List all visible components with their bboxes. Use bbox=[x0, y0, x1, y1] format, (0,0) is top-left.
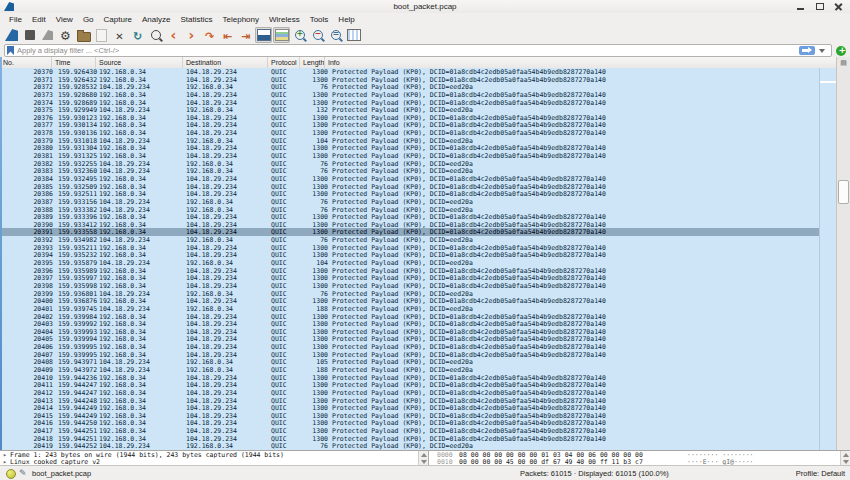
find-packet-button[interactable] bbox=[147, 27, 164, 43]
go-forward-button[interactable] bbox=[183, 27, 200, 43]
packet-row[interactable]: 20416159.944250192.168.0.34104.18.29.234… bbox=[0, 419, 820, 427]
filter-dropdown-caret-icon[interactable] bbox=[819, 49, 825, 53]
stop-capture-button[interactable] bbox=[21, 27, 38, 43]
packet-row[interactable]: 20408159.943971104.18.29.234192.168.0.34… bbox=[0, 358, 820, 366]
menu-item-view[interactable]: View bbox=[51, 13, 78, 26]
packet-row[interactable]: 20415159.944249192.168.0.34104.18.29.234… bbox=[0, 412, 820, 420]
packet-row[interactable]: 20373159.928680192.168.0.34104.18.29.234… bbox=[0, 91, 820, 99]
go-to-packet-button[interactable] bbox=[201, 27, 218, 43]
packet-row[interactable]: 20388159.933382104.18.29.234192.168.0.34… bbox=[0, 206, 820, 214]
packet-row[interactable]: 20414159.944249192.168.0.34104.18.29.234… bbox=[0, 404, 820, 412]
packet-row[interactable]: 20418159.944251192.168.0.34104.18.29.234… bbox=[0, 435, 820, 443]
menu-item-telephony[interactable]: Telephony bbox=[218, 13, 264, 26]
packet-row[interactable]: 20370159.926430192.168.0.34104.18.29.234… bbox=[0, 68, 820, 76]
capture-comment-icon[interactable]: ✎ bbox=[19, 468, 27, 478]
packet-row[interactable]: 20402159.939984192.168.0.34104.18.29.234… bbox=[0, 313, 820, 321]
packet-row[interactable]: 20371159.926432192.168.0.34104.18.29.234… bbox=[0, 76, 820, 84]
first-packet-button[interactable] bbox=[219, 27, 236, 43]
maximize-button[interactable] bbox=[814, 2, 825, 11]
bytes-scrollbar[interactable] bbox=[840, 451, 850, 466]
packet-row[interactable]: 20393159.935211192.168.0.34104.18.29.234… bbox=[0, 244, 820, 252]
zoom-original-button[interactable] bbox=[327, 27, 344, 43]
packet-row[interactable]: 20410159.944236192.168.0.34104.18.29.234… bbox=[0, 374, 820, 382]
packet-row[interactable]: 20383159.932360104.18.29.234192.168.0.34… bbox=[0, 167, 820, 175]
packet-row[interactable]: 20417159.944251192.168.0.34104.18.29.234… bbox=[0, 427, 820, 435]
column-header-length[interactable]: Length bbox=[300, 57, 325, 68]
packet-row[interactable]: 20386159.932511192.168.0.34104.18.29.234… bbox=[0, 190, 820, 198]
column-header-time[interactable]: Time bbox=[52, 57, 96, 68]
packet-row[interactable]: 20376159.930123192.168.0.34104.18.29.234… bbox=[0, 114, 820, 122]
column-header-info[interactable]: Info bbox=[325, 57, 850, 68]
capture-options-button[interactable] bbox=[57, 27, 74, 43]
display-filter-input[interactable] bbox=[17, 46, 796, 56]
packet-row[interactable]: 20392159.934982104.18.29.234192.168.0.34… bbox=[0, 236, 820, 244]
packet-row[interactable]: 20413159.944248192.168.0.34104.18.29.234… bbox=[0, 397, 820, 405]
packet-row[interactable]: 20389159.933396192.168.0.34104.18.29.234… bbox=[0, 213, 820, 221]
filter-bookmark-icon[interactable] bbox=[7, 46, 14, 55]
auto-scroll-button[interactable] bbox=[255, 27, 272, 43]
packet-row[interactable]: 20412159.944247192.168.0.34104.18.29.234… bbox=[0, 389, 820, 397]
menu-item-capture[interactable]: Capture bbox=[99, 13, 137, 26]
packet-row[interactable]: 20387159.933156104.18.29.234192.168.0.34… bbox=[0, 198, 820, 206]
close-button[interactable] bbox=[833, 2, 844, 11]
detail-tree-item[interactable]: ▸Linux cooked capture v2 bbox=[0, 458, 418, 465]
save-file-button[interactable] bbox=[93, 27, 110, 43]
scroll-up-icon[interactable] bbox=[843, 453, 849, 457]
scroll-down-icon[interactable] bbox=[421, 460, 427, 464]
go-back-button[interactable] bbox=[165, 27, 182, 43]
packet-row[interactable]: 20419159.944252104.18.29.234192.168.0.34… bbox=[0, 442, 820, 450]
packet-row[interactable]: 20409159.943972104.18.29.234192.168.0.34… bbox=[0, 366, 820, 374]
packet-row[interactable]: 20411159.944247192.168.0.34104.18.29.234… bbox=[0, 381, 820, 389]
apply-filter-button[interactable] bbox=[799, 46, 815, 55]
profile-label[interactable]: Profile: Default bbox=[796, 469, 845, 478]
packet-row[interactable]: 20381159.931325192.168.0.34104.18.29.234… bbox=[0, 152, 820, 160]
packet-row[interactable]: 20407159.939995192.168.0.34104.18.29.234… bbox=[0, 351, 820, 359]
details-scrollbar[interactable] bbox=[418, 451, 428, 466]
packet-row[interactable]: 20374159.928689192.168.0.34104.18.29.234… bbox=[0, 99, 820, 107]
menu-item-statistics[interactable]: Statistics bbox=[176, 13, 218, 26]
packet-row[interactable]: 20394159.935232192.168.0.34104.18.29.234… bbox=[0, 251, 820, 259]
packet-row[interactable]: 20385159.932509192.168.0.34104.18.29.234… bbox=[0, 183, 820, 191]
expert-info-icon[interactable] bbox=[6, 469, 16, 479]
open-file-button[interactable] bbox=[75, 27, 92, 43]
zoom-out-button[interactable] bbox=[309, 27, 326, 43]
column-header-source[interactable]: Source bbox=[96, 57, 183, 68]
column-header-no[interactable]: No. bbox=[0, 57, 52, 68]
scroll-down-icon[interactable] bbox=[843, 460, 849, 464]
packet-row[interactable]: 20378159.930136192.168.0.34104.18.29.234… bbox=[0, 129, 820, 137]
zoom-in-button[interactable] bbox=[291, 27, 308, 43]
column-header-destination[interactable]: Destination bbox=[183, 57, 268, 68]
packet-row[interactable]: 20401159.939745104.18.29.234192.168.0.34… bbox=[0, 305, 820, 313]
resize-columns-button[interactable] bbox=[345, 27, 362, 43]
packet-row[interactable]: 20400159.936876192.168.0.34104.18.29.234… bbox=[0, 297, 820, 305]
menu-item-edit[interactable]: Edit bbox=[27, 13, 51, 26]
packet-row[interactable]: 20395159.935879104.18.29.234192.168.0.34… bbox=[0, 259, 820, 267]
restart-capture-button[interactable] bbox=[39, 27, 56, 43]
add-filter-button-plus-icon[interactable] bbox=[836, 46, 846, 56]
packet-row[interactable]: 20406159.939995192.168.0.34104.18.29.234… bbox=[0, 343, 820, 351]
menu-item-help[interactable]: Help bbox=[333, 13, 359, 26]
menu-item-file[interactable]: File bbox=[4, 13, 27, 26]
column-preferences-button[interactable] bbox=[836, 57, 850, 68]
menu-item-tools[interactable]: Tools bbox=[305, 13, 334, 26]
colorize-button[interactable] bbox=[273, 27, 290, 43]
packet-row[interactable]: 20382159.932255104.18.29.234192.168.0.34… bbox=[0, 160, 820, 168]
intelligent-scrollbar-minimap[interactable] bbox=[819, 68, 837, 450]
packet-row[interactable]: 20398159.935998192.168.0.34104.18.29.234… bbox=[0, 282, 820, 290]
start-capture-button[interactable] bbox=[3, 27, 20, 43]
hex-line[interactable]: 000008 00 00 00 00 00 00 01 03 04 00 06 … bbox=[429, 451, 840, 458]
packet-row[interactable]: 20384159.932495192.168.0.34104.18.29.234… bbox=[0, 175, 820, 183]
menu-item-analyze[interactable]: Analyze bbox=[137, 13, 175, 26]
packet-list-scrollbar[interactable] bbox=[836, 68, 850, 450]
packet-row[interactable]: 20375159.929949104.18.29.234192.168.0.34… bbox=[0, 106, 820, 114]
packet-row[interactable]: 20379159.931018104.18.29.234192.168.0.34… bbox=[0, 137, 820, 145]
filter-field[interactable] bbox=[4, 44, 832, 57]
reload-file-button[interactable] bbox=[129, 27, 146, 43]
close-file-button[interactable] bbox=[111, 27, 128, 43]
last-packet-button[interactable] bbox=[237, 27, 254, 43]
packet-row[interactable]: 20377159.930134192.168.0.34104.18.29.234… bbox=[0, 121, 820, 129]
packet-row[interactable]: 20399159.936801104.18.29.234192.168.0.34… bbox=[0, 290, 820, 298]
menu-item-go[interactable]: Go bbox=[78, 13, 99, 26]
scrollbar-thumb[interactable] bbox=[838, 180, 849, 204]
packet-row[interactable]: 20396159.935989192.168.0.34104.18.29.234… bbox=[0, 267, 820, 275]
